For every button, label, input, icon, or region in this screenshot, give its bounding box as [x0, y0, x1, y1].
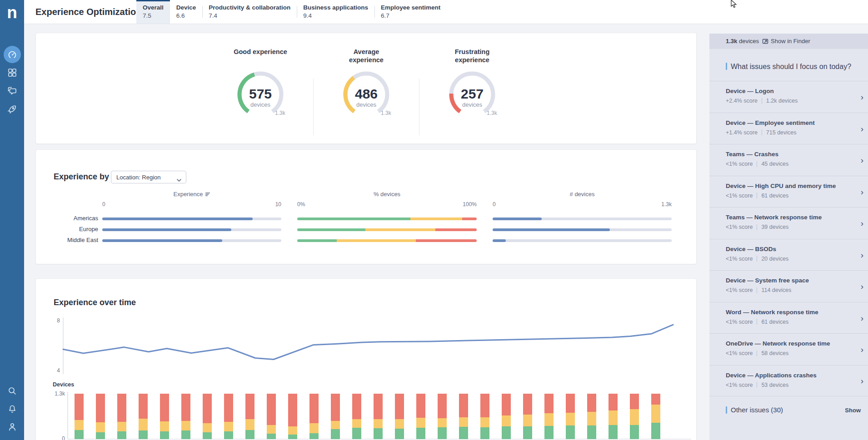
tab-productivity-collaboration[interactable]: Productivity & collaboration7.4	[202, 0, 297, 24]
sidebar-item-notifications[interactable]	[7, 404, 18, 415]
panel-question: What issues should I focus on today?	[731, 63, 851, 71]
svg-text:devices: devices	[250, 101, 271, 108]
issue-row-device-employee-sentiment[interactable]: Device — Employee sentiment+1.4% score71…	[709, 113, 868, 144]
pct-devices-segment-good	[297, 228, 365, 231]
issue-subtitle: +1.4% score715 devices	[726, 129, 797, 136]
column-header-experience: Experience	[173, 191, 210, 198]
issue-title: Device — System free space	[726, 277, 809, 284]
issue-device-count: 20 devices	[761, 256, 788, 262]
issue-subtitle: <1% score61 devices	[726, 319, 788, 325]
sort-icon[interactable]	[205, 192, 210, 197]
axis-max-label: 10	[275, 201, 281, 208]
user-profile-icon	[7, 421, 18, 432]
divider	[757, 382, 757, 388]
sidebar-item-experience[interactable]	[4, 46, 21, 63]
tab-overall[interactable]: Overall7.5	[136, 0, 170, 24]
chevron-right-icon[interactable]: ›	[861, 93, 863, 101]
tab-label: Productivity & collaboration	[209, 4, 290, 12]
device-count-bar-track	[493, 239, 672, 242]
issue-device-count: 45 devices	[761, 161, 788, 167]
chevron-right-icon[interactable]: ›	[861, 376, 863, 385]
svg-text:1.3k: 1.3k	[55, 391, 65, 397]
issue-score: <1% score	[726, 256, 753, 262]
divider	[757, 161, 757, 167]
tab-label: Overall	[143, 4, 164, 12]
issue-row-device-logon[interactable]: Device — Logon+2.4% score1.2k devices›	[709, 81, 868, 112]
issue-row-onedrive-network-response-time[interactable]: OneDrive — Network response time<1% scor…	[709, 333, 868, 365]
breakdown-dropdown[interactable]: Location: Region	[111, 171, 186, 183]
experience-bar	[102, 228, 231, 231]
sidebar-item-profile[interactable]	[7, 421, 18, 432]
dashboard-gauge-icon	[7, 49, 18, 60]
issue-device-count: 715 devices	[766, 129, 797, 136]
nexthink-logo[interactable]: n	[0, 3, 24, 23]
issue-row-teams-crashes[interactable]: Teams — Crashes<1% score45 devices›	[709, 144, 868, 175]
issue-row-device-bsods[interactable]: Device — BSODs<1% score20 devices›	[709, 239, 868, 270]
issue-subtitle: <1% score61 devices	[726, 193, 788, 199]
issue-row-device-high-cpu-and-memory-time[interactable]: Device — High CPU and memory time<1% sco…	[709, 176, 868, 207]
issues-panel-header: 1.3k devices Show in Finder	[709, 34, 868, 49]
sidebar-item-search[interactable]	[7, 386, 18, 396]
sidebar-item-engage[interactable]	[7, 85, 18, 96]
issue-title: Device — Applications crashes	[726, 372, 817, 379]
tab-device[interactable]: Device6.6	[170, 0, 203, 24]
divider	[757, 287, 757, 293]
device-count-bar	[493, 239, 506, 242]
chevron-right-icon[interactable]: ›	[861, 282, 863, 291]
issue-score: <1% score	[726, 319, 753, 325]
issue-device-count: 1.2k devices	[766, 98, 798, 104]
column-header-devices: # devices	[570, 191, 595, 198]
issue-title: Word — Network response time	[726, 309, 818, 316]
axis-min-label: 0	[493, 201, 496, 208]
column-header-devices: % devices	[374, 191, 400, 198]
gauge-frustrating-experience: Frustrating experience257devices1.3k	[431, 48, 513, 121]
tab-score: 7.5	[143, 12, 164, 20]
svg-text:1.3k: 1.3k	[487, 110, 498, 116]
chevron-right-icon[interactable]: ›	[861, 219, 863, 227]
axis-max-label: 1.3k	[661, 201, 672, 208]
issue-row-teams-network-response-time[interactable]: Teams — Network response time<1% score39…	[709, 207, 868, 238]
issue-title: Device — High CPU and memory time	[726, 183, 836, 189]
show-in-finder-label: Show in Finder	[771, 38, 810, 44]
issue-score: <1% score	[726, 350, 753, 356]
tab-business-applications[interactable]: Business applications9.4	[297, 0, 374, 24]
tab-score: 9.4	[303, 12, 368, 20]
show-other-issues-link[interactable]: Show	[845, 407, 861, 414]
chevron-right-icon[interactable]: ›	[861, 345, 863, 354]
axis-min-label: 0	[102, 201, 105, 208]
engage-chat-icon	[7, 85, 18, 96]
divider	[757, 256, 757, 262]
tab-label: Employee sentiment	[381, 4, 440, 12]
experience-bar	[102, 239, 222, 242]
sidebar-item-launch[interactable]	[7, 104, 18, 114]
svg-text:257: 257	[461, 86, 484, 101]
axis-min-label: 0%	[297, 201, 305, 208]
issue-device-count: 53 devices	[761, 382, 788, 388]
chevron-right-icon[interactable]: ›	[861, 156, 863, 164]
chevron-right-icon[interactable]: ›	[861, 250, 863, 259]
issue-row-word-network-response-time[interactable]: Word — Network response time<1% score61 …	[709, 302, 868, 333]
tab-employee-sentiment[interactable]: Employee sentiment6.7	[374, 0, 447, 24]
sidebar-item-modules[interactable]	[7, 67, 18, 78]
show-in-finder-icon	[762, 38, 768, 44]
issue-row-device-applications-crashes[interactable]: Device — Applications crashes<1% score53…	[709, 365, 868, 396]
svg-text:devices: devices	[462, 101, 483, 108]
device-count-bar	[493, 228, 610, 231]
gauge-divider	[419, 79, 419, 135]
gauge-title: Average experience	[337, 48, 396, 64]
chevron-right-icon[interactable]: ›	[861, 313, 863, 322]
issue-subtitle: +2.4% score1.2k devices	[726, 98, 798, 104]
chevron-right-icon[interactable]: ›	[861, 187, 863, 196]
issue-row-device-system-free-space[interactable]: Device — System free space<1% score114 d…	[709, 270, 868, 302]
pct-devices-segment-frustrating	[462, 218, 477, 220]
tab-bar: Overall7.5Device6.6Productivity & collab…	[136, 0, 447, 24]
show-in-finder-link[interactable]: Show in Finder	[762, 38, 810, 44]
issue-device-count: 58 devices	[761, 350, 788, 356]
mouse-cursor	[731, 0, 738, 10]
experience-by-card: Experience by Location: Region Experienc…	[35, 149, 697, 264]
divider	[757, 319, 757, 325]
device-count-label: devices	[739, 38, 759, 44]
pct-devices-segment-average	[337, 239, 416, 242]
svg-text:1.3k: 1.3k	[275, 110, 286, 116]
chevron-right-icon[interactable]: ›	[861, 124, 863, 133]
